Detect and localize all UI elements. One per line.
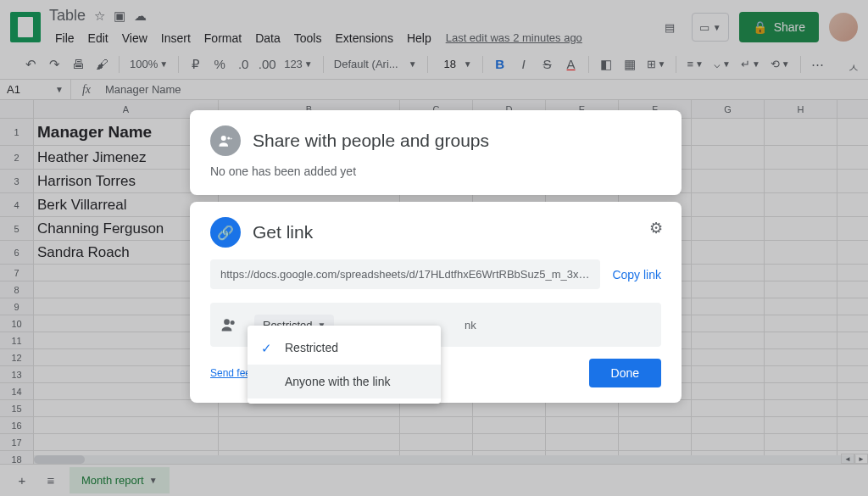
access-dropdown-menu: Restricted Anyone with the link — [248, 326, 441, 404]
link-url[interactable]: https://docs.google.com/spreadsheets/d/1… — [210, 259, 600, 289]
done-button[interactable]: Done — [589, 359, 661, 387]
copy-link-button[interactable]: Copy link — [612, 268, 661, 281]
group-icon — [215, 311, 242, 338]
share-title: Share with people and groups — [253, 131, 489, 151]
access-desc-tail: nk — [465, 319, 476, 332]
link-icon: 🔗 — [210, 217, 241, 248]
dropdown-option-anyone[interactable]: Anyone with the link — [248, 365, 441, 398]
send-feedback-link[interactable]: Send fee — [210, 367, 251, 379]
share-dialog: +Share with people and groups No one has… — [190, 110, 682, 195]
share-subtitle: No one has been added yet — [210, 164, 661, 178]
svg-point-0 — [221, 136, 226, 141]
getlink-title: Get link — [253, 222, 313, 242]
gear-icon[interactable]: ⚙ — [649, 219, 663, 237]
svg-point-4 — [231, 320, 235, 325]
svg-point-3 — [224, 319, 230, 325]
people-icon: + — [210, 125, 241, 156]
dropdown-option-restricted[interactable]: Restricted — [248, 331, 441, 365]
svg-text:+: + — [230, 136, 232, 141]
